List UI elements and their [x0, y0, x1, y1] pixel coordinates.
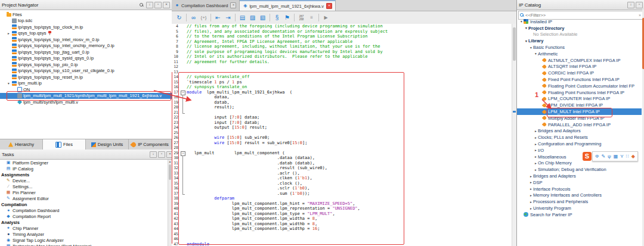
- task-item[interactable]: ▤IP Catalog: [0, 166, 168, 172]
- tab-design-units[interactable]: Design Units: [86, 139, 129, 150]
- ip-tree-item[interactable]: ▾Basic Functions: [517, 44, 642, 51]
- ip-tree-item[interactable]: ▾Library: [517, 38, 642, 44]
- file-tree-item[interactable]: ip/qsys_top/qsys_top_clock_in.ip: [0, 24, 172, 30]
- pin-icon[interactable]: ↓: [150, 151, 157, 158]
- copy-block-icon[interactable]: ▧: [258, 13, 267, 22]
- mic-icon[interactable]: ψ: [608, 152, 611, 161]
- chevron-right-icon[interactable]: ▸: [534, 155, 538, 158]
- chevron-right-icon[interactable]: ▸: [529, 175, 533, 178]
- ip-tree-item[interactable]: ▸Configuration and Programming: [517, 141, 642, 147]
- ip-tree-item[interactable]: ▸Bridges and Adaptors: [517, 128, 642, 135]
- chevron-right-icon[interactable]: ▸: [534, 168, 538, 172]
- file-tree-item[interactable]: ip/qsys_top/qsys_top_jtag_uart_0.ip: [0, 49, 172, 55]
- close-tab-icon[interactable]: ×: [326, 3, 332, 9]
- ip-tree-item[interactable]: ▾Project Directory: [517, 25, 642, 32]
- ip-tree-item[interactable]: LPM_COUNTER Intel FPGA IP: [517, 96, 642, 102]
- ip-tree-item[interactable]: ALTSQRT Intel FPGA IP: [517, 64, 642, 70]
- tab-ip-components[interactable]: IP Components: [129, 139, 172, 150]
- task-item[interactable]: ●Timing Analyzer: [0, 231, 168, 237]
- chevron-down-icon[interactable]: ▾: [529, 46, 533, 49]
- ip-tree-item[interactable]: ▸Interface Protocols: [517, 186, 642, 192]
- save-refresh-icon[interactable]: ↻: [175, 13, 184, 22]
- float-icon[interactable]: ▫: [636, 2, 643, 8]
- ip-tree-item[interactable]: ▸Simulation; Debug and Verification: [517, 166, 642, 173]
- ip-tree-item[interactable]: ALTMULT_COMPLEX Intel FPGA IP: [517, 57, 642, 64]
- file-tree-item[interactable]: ip/qsys_top/qsys_top_s10_user_rst_clkgat…: [0, 68, 172, 74]
- chevron-right-icon[interactable]: ▸: [534, 148, 538, 152]
- ip-tree-item[interactable]: PARALLEL_ADD Intel FPGA IP: [517, 122, 642, 128]
- increase-indent-icon[interactable]: ⇥: [224, 13, 233, 22]
- ip-tree-item[interactable]: LPM_DIVIDE Intel FPGA IP: [517, 102, 642, 108]
- ip-tree-item[interactable]: Multiply Adder Intel FPGA IP: [517, 115, 642, 122]
- grid-icon[interactable]: ∷: [626, 152, 629, 161]
- language-icon[interactable]: Φ: [595, 152, 599, 161]
- ip-tree-item[interactable]: Floating Point Functions Intel FPGA IP: [517, 89, 642, 96]
- tab-hierarchy[interactable]: Hierarchy: [0, 139, 43, 150]
- editor-scrollbar[interactable]: [512, 24, 516, 246]
- file-tree-item[interactable]: ip/qsys_top/qsys_top_intel_onchip_memory…: [0, 43, 172, 49]
- task-item[interactable]: ▣Platform Designer: [0, 160, 168, 166]
- tools-icon[interactable]: Y: [620, 152, 623, 161]
- chevron-right-icon[interactable]: ▸: [529, 207, 533, 210]
- comment-icon[interactable]: ▤: [238, 13, 247, 22]
- ip-tree-item[interactable]: ▸Bridges and Adapters: [517, 173, 642, 179]
- editor-tab[interactable]: ●Compilation Dashboard×: [172, 0, 240, 11]
- file-tree-item[interactable]: ▸qsys_top.qsys: [0, 30, 172, 37]
- task-item[interactable]: ●Compilation Dashboard: [0, 207, 168, 213]
- search-icon[interactable]: [140, 3, 144, 7]
- file-tree-item[interactable]: ip/qsys_top/qsys_top_reset_in.ip: [0, 74, 172, 80]
- ip-tree-item[interactable]: LPM_MULT Intel FPGA IP: [517, 108, 642, 115]
- file-tree-item[interactable]: Files: [0, 11, 172, 18]
- task-item[interactable]: ✎Assignment Editor: [0, 195, 168, 201]
- chevron-right-icon[interactable]: ▸: [534, 129, 538, 133]
- chevron-right-icon[interactable]: ▸: [529, 180, 533, 184]
- insert-template-icon[interactable]: {+}: [199, 13, 208, 22]
- keyboard-icon[interactable]: ▦: [614, 152, 618, 161]
- chevron-right-icon[interactable]: ▸: [7, 32, 11, 35]
- chevron-down-icon[interactable]: ▾: [519, 20, 524, 23]
- attach-icon[interactable]: §: [273, 13, 281, 22]
- ip-tree-item[interactable]: ▸Memory Interfaces and Controllers: [517, 192, 642, 199]
- file-tree-item[interactable]: ip/qsys_top/qsys_top_pio_0.ip: [0, 61, 172, 68]
- file-tree-item[interactable]: lpm_multi/synth/lpm_multi.v: [0, 99, 172, 105]
- task-item[interactable]: ◉Signal Tap Logic Analyzer: [0, 237, 168, 243]
- ip-tree-item[interactable]: CORDIC Intel FPGA IP: [517, 70, 642, 76]
- task-item[interactable]: ✎Device...: [0, 178, 168, 183]
- chevron-down-icon[interactable]: ▾: [534, 52, 538, 55]
- chevron-down-icon[interactable]: ▾: [524, 26, 528, 30]
- file-tree-item[interactable]: lpm_multi/lpm_mult_1921/synth/lpm_multi_…: [0, 93, 172, 99]
- ip-tree-item[interactable]: ▸Clocks; PLLs and Resets: [517, 134, 642, 141]
- chevron-right-icon[interactable]: ▸: [529, 194, 533, 197]
- pin-icon[interactable]: ↓: [627, 2, 634, 8]
- task-item[interactable]: ∕Settings...: [0, 183, 168, 189]
- ip-tree-item[interactable]: Floating Point Custom Accumulator Intel …: [517, 83, 642, 89]
- close-icon[interactable]: ×: [163, 2, 170, 8]
- task-item[interactable]: ▦Pin Planner: [0, 189, 168, 195]
- wrap-lines-icon[interactable]: ≡: [307, 13, 316, 22]
- ime-logo-icon[interactable]: S: [583, 152, 592, 161]
- file-tree-item[interactable]: ON: [0, 86, 172, 93]
- float-icon[interactable]: ▫: [158, 151, 165, 158]
- ip-tree-item[interactable]: ▸Processors and Peripherals: [517, 198, 642, 205]
- ip-tree-item[interactable]: ▸DSP: [517, 179, 642, 186]
- chevron-right-icon[interactable]: ▸: [534, 161, 538, 165]
- chevron-right-icon[interactable]: ▸: [529, 200, 533, 204]
- ip-tree-item[interactable]: Search for Partner IP: [517, 211, 642, 218]
- line-count-indicator[interactable]: 267268: [297, 13, 306, 22]
- file-tree-item[interactable]: ▾lpm_multi.ip: [0, 80, 172, 87]
- task-item[interactable]: ▩Technology Map Viewer (Post-Mapping): [0, 243, 168, 246]
- file-tree-item[interactable]: ip/qsys_top/qsys_top_intel_niosv_m_0.ip: [0, 36, 172, 43]
- code-editor[interactable]: 4// files from any of the foregoing (inc…: [172, 24, 512, 246]
- find-icon[interactable]: ∞: [189, 13, 198, 22]
- close-tab-icon[interactable]: ×: [230, 2, 236, 8]
- decrease-indent-icon[interactable]: ⇤: [213, 13, 222, 22]
- tasks-scrollbar[interactable]: ▲: [168, 160, 172, 246]
- chevron-right-icon[interactable]: ▸: [534, 136, 538, 139]
- ip-tree-item[interactable]: ▾Installed IP: [517, 18, 642, 25]
- chevron-down-icon[interactable]: ▾: [524, 39, 528, 43]
- bookmark-flag-icon[interactable]: ⚑: [283, 13, 292, 22]
- chevron-right-icon[interactable]: ▸: [529, 187, 533, 191]
- pen-icon[interactable]: ✎: [601, 152, 605, 161]
- task-item[interactable]: ✦Chip Planner: [0, 225, 168, 231]
- pin-icon[interactable]: ↓: [146, 2, 153, 8]
